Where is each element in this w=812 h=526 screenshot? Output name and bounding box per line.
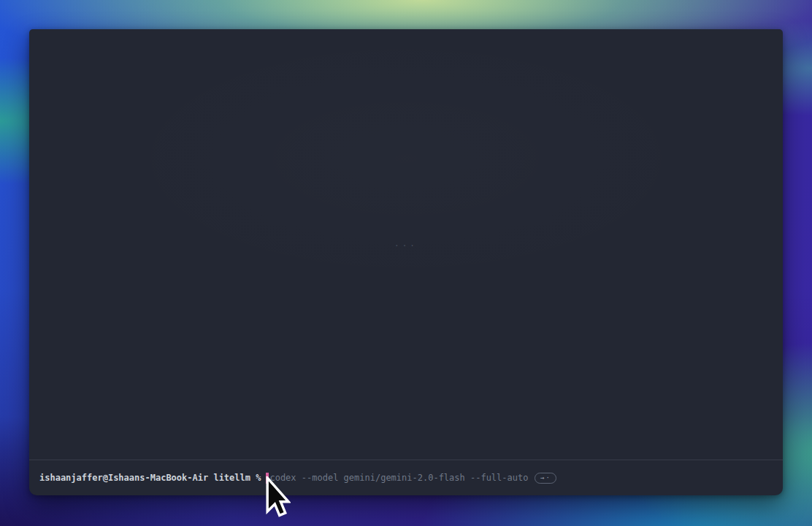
terminal-window[interactable]: ··· ishaanjaffer@Ishaans-MacBook-Air lit… (29, 29, 783, 495)
command-prompt-line[interactable]: ishaanjaffer@Ishaans-MacBook-Air litellm… (29, 460, 783, 495)
terminal-output-area: ··· (29, 29, 783, 460)
tab-hint-badge: →· (535, 473, 556, 484)
text-caret (266, 473, 269, 484)
shell-prompt: ishaanjaffer@Ishaans-MacBook-Air litellm… (39, 472, 261, 484)
loading-dots: ··· (394, 241, 418, 251)
command-input-text[interactable]: codex --model gemini/gemini-2.0-flash --… (269, 472, 528, 484)
